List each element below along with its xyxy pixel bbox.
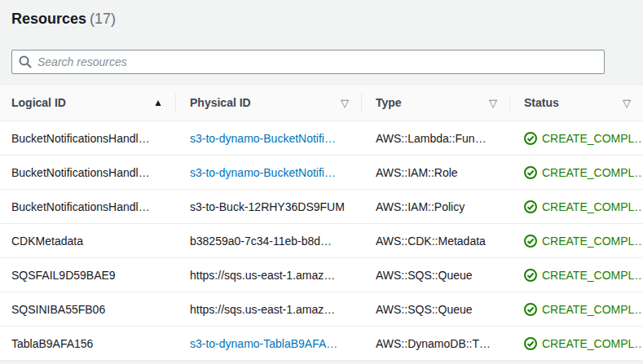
- check-circle-icon: [524, 200, 537, 213]
- sort-filter-icon[interactable]: ▽: [489, 98, 497, 108]
- page-title: Resources: [11, 11, 86, 27]
- check-circle-icon: [524, 166, 537, 179]
- logical-id-cell: SQSFAIL9D59BAE9: [0, 269, 175, 282]
- status-text: CREATE_COMPL…: [542, 269, 643, 282]
- status-text: CREATE_COMPL…: [542, 166, 643, 179]
- physical-id-cell: s3-to-dynamo-TablaB9AFA…: [175, 337, 361, 350]
- physical-id-cell: b38259a0-7c34-11eb-b8d…: [175, 235, 361, 248]
- physical-id-cell: s3-to-dynamo-BucketNotifi…: [175, 166, 361, 179]
- column-header-status[interactable]: Status ▽: [509, 85, 643, 121]
- table-row: BucketNotificationsHandl… s3-to-dynamo-B…: [0, 121, 643, 156]
- status-text: CREATE_COMPL…: [542, 235, 643, 248]
- type-cell: AWS::Lambda::Fun…: [361, 132, 509, 145]
- search-box[interactable]: [11, 50, 605, 74]
- column-header-physical-id[interactable]: Physical ID ▽: [175, 85, 361, 121]
- sort-filter-icon[interactable]: ▽: [623, 98, 631, 108]
- logical-id-cell: BucketNotificationsHandl…: [0, 200, 175, 213]
- search-icon: [19, 55, 32, 68]
- check-circle-icon: [524, 132, 537, 145]
- table-header-row: Logical ID ▲ Physical ID ▽ Type ▽ Status…: [0, 85, 643, 121]
- status-cell: CREATE_COMPL…: [509, 200, 643, 213]
- panel-header: Resources(17): [0, 0, 643, 28]
- check-circle-icon: [524, 303, 537, 316]
- resources-table: Logical ID ▲ Physical ID ▽ Type ▽ Status…: [0, 84, 643, 361]
- logical-id-cell: BucketNotificationsHandl…: [0, 166, 175, 179]
- physical-id-cell: https://sqs.us-east-1.amaz…: [175, 303, 361, 316]
- status-cell: CREATE_COMPL…: [509, 303, 643, 316]
- logical-id-cell: BucketNotificationsHandl…: [0, 132, 175, 145]
- type-cell: AWS::IAM::Policy: [361, 200, 509, 213]
- physical-id-cell: s3-to-Buck-12RHY36DS9FUM: [175, 200, 361, 213]
- column-header-logical-id[interactable]: Logical ID ▲: [0, 85, 175, 121]
- type-cell: AWS::CDK::Metadata: [361, 235, 509, 248]
- type-cell: AWS::IAM::Role: [361, 166, 509, 179]
- status-cell: CREATE_COMPL…: [509, 337, 643, 350]
- sort-ascending-icon[interactable]: ▲: [153, 98, 163, 107]
- type-cell: AWS::SQS::Queue: [361, 269, 509, 282]
- sort-filter-icon[interactable]: ▽: [341, 98, 349, 108]
- logical-id-cell: SQSINIBA55FB06: [0, 303, 175, 316]
- table-row: SQSFAIL9D59BAE9 https://sqs.us-east-1.am…: [0, 258, 643, 292]
- physical-id-link[interactable]: s3-to-dynamo-BucketNotifi…: [190, 166, 336, 179]
- check-circle-icon: [524, 235, 537, 248]
- status-text: CREATE_COMPL…: [542, 132, 643, 145]
- check-circle-icon: [524, 337, 537, 350]
- table-row: BucketNotificationsHandl… s3-to-Buck-12R…: [0, 190, 643, 224]
- status-cell: CREATE_COMPL…: [509, 132, 643, 145]
- table-row: TablaB9AFA156 s3-to-dynamo-TablaB9AFA… A…: [0, 327, 643, 361]
- status-text: CREATE_COMPL…: [542, 200, 643, 213]
- status-cell: CREATE_COMPL…: [509, 166, 643, 179]
- logical-id-cell: CDKMetadata: [0, 235, 175, 248]
- status-text: CREATE_COMPL…: [542, 303, 643, 316]
- table-row: CDKMetadata b38259a0-7c34-11eb-b8d… AWS:…: [0, 224, 643, 258]
- status-cell: CREATE_COMPL…: [509, 235, 643, 248]
- table-body: BucketNotificationsHandl… s3-to-dynamo-B…: [0, 121, 643, 361]
- check-circle-icon: [524, 269, 537, 282]
- physical-id-cell: https://sqs.us-east-1.amaz…: [175, 269, 361, 282]
- column-header-type[interactable]: Type ▽: [361, 85, 509, 121]
- resource-count: (17): [90, 11, 116, 27]
- type-cell: AWS::DynamoDB::T…: [361, 337, 509, 350]
- physical-id-cell: s3-to-dynamo-BucketNotifi…: [175, 132, 361, 145]
- status-text: CREATE_COMPL…: [542, 337, 643, 350]
- status-cell: CREATE_COMPL…: [509, 269, 643, 282]
- table-row: SQSINIBA55FB06 https://sqs.us-east-1.ama…: [0, 292, 643, 327]
- logical-id-cell: TablaB9AFA156: [0, 337, 175, 350]
- table-row: BucketNotificationsHandl… s3-to-dynamo-B…: [0, 156, 643, 190]
- physical-id-link[interactable]: s3-to-dynamo-BucketNotifi…: [190, 132, 336, 145]
- search-input[interactable]: [37, 55, 597, 68]
- physical-id-link[interactable]: s3-to-dynamo-TablaB9AFA…: [190, 337, 337, 350]
- resources-panel: Resources(17) Logical ID ▲ Physical ID ▽…: [0, 0, 643, 28]
- type-cell: AWS::SQS::Queue: [361, 303, 509, 316]
